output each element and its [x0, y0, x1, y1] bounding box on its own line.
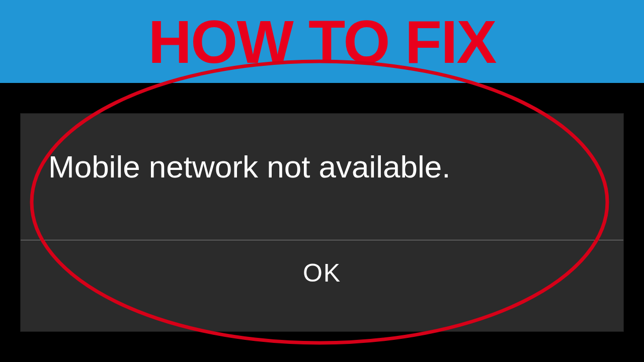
header-banner: HOW TO FIX — [0, 0, 644, 83]
ok-button[interactable]: OK — [21, 240, 623, 306]
error-dialog: Mobile network not available. OK — [20, 113, 624, 332]
dialog-message: Mobile network not available. — [21, 114, 623, 240]
header-title: HOW TO FIX — [148, 12, 496, 72]
main-area: Mobile network not available. OK — [0, 83, 644, 362]
